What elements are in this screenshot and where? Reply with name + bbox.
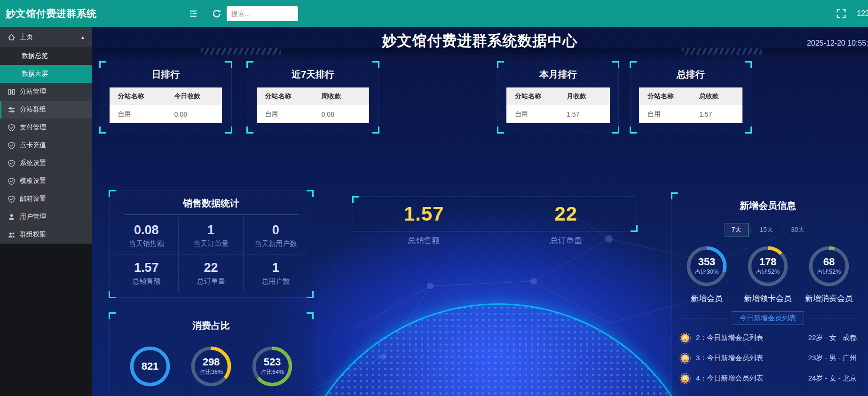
stat-cell: 1当天订单量	[179, 217, 243, 254]
table-row: 自用1.57	[506, 105, 610, 123]
member-list-title-button[interactable]: 今日新增会员列表	[732, 311, 804, 325]
total-sales-value: 1.57	[353, 197, 495, 231]
total-orders-value: 22	[495, 197, 637, 231]
tab-15d[interactable]: 15天	[753, 223, 780, 237]
rank-card-daily: 日排行 分站名称今日收款 自用0.08	[100, 62, 232, 133]
sales-stats-panel: 销售数据统计 0.08当天销售额 1当天订单量 0当天新用户数 1.57总销售额…	[109, 190, 313, 298]
stat-cell: 0.08当天销售额	[114, 217, 179, 254]
card-title: 日排行	[100, 62, 231, 81]
bulb-icon	[679, 332, 691, 344]
topbar: 妙文馆付费进群系统 123	[0, 0, 868, 27]
sidebar-item-data-screen[interactable]: 数据大屏	[0, 65, 92, 83]
home-icon	[8, 33, 16, 41]
sidebar-item-mail-settings[interactable]: 邮箱设置	[0, 190, 92, 208]
screen-title: 妙文馆付费进群系统数据中心	[92, 31, 868, 51]
stat-cell: 1.57总销售额	[114, 254, 179, 292]
rank-table: 分站名称周收款 自用0.08	[257, 87, 370, 123]
sidebar-item-label: 分站群组	[20, 105, 46, 114]
card-title: 近7天排行	[247, 62, 379, 81]
member-list: 2：今日新增会员列表 22岁 - 女 - 成都 3：今日新增会员列表 23岁 -…	[679, 328, 857, 388]
stat-cell: 22总订单量	[179, 254, 243, 292]
username[interactable]: 123	[857, 0, 868, 27]
datetime: 2025-12-20 10:55:9 星期六	[807, 39, 868, 48]
consume-ratio-panel: 消费占比 821 298占比36% 523占比64%	[109, 313, 313, 396]
sidebar-item-substation-mgmt[interactable]: 分站管理	[0, 83, 92, 101]
donut-ratio-2: 523占比64%	[244, 345, 301, 388]
member-tabs: 7天 15天 30天	[672, 223, 864, 237]
table-row: 自用1.57	[639, 105, 742, 123]
col-header: 分站名称	[639, 87, 691, 105]
sidebar-item-label: 用户管理	[20, 213, 46, 221]
sidebar-item-substation-group[interactable]: 分站群组	[0, 101, 92, 119]
tab-7d[interactable]: 7天	[725, 223, 749, 237]
col-header: 分站名称	[257, 87, 313, 105]
sidebar-item-label: 邮箱设置	[20, 195, 46, 203]
menu-fold-icon[interactable]	[188, 8, 198, 19]
sidebar-item-system-settings[interactable]: 系统设置	[0, 154, 92, 172]
stat-cell: 0当天新用户数	[244, 217, 308, 254]
sidebar: 主页 ▲ 数据总览 数据大屏 分站管理 分站群组 支付管理 点卡充值	[0, 27, 92, 396]
shield-check-icon	[8, 142, 16, 150]
col-header: 周收款	[313, 87, 370, 105]
sidebar-item-label: 主页	[20, 33, 33, 41]
table-row: 自用0.08	[257, 105, 370, 123]
rank-table: 分站名称总收款 自用1.57	[639, 87, 742, 123]
sidebar-item-label: 模板设置	[20, 177, 46, 185]
sidebar-item-label: 分站管理	[20, 87, 46, 96]
donut-ratio-1: 298占比36%	[182, 345, 240, 388]
sidebar-item-user-mgmt[interactable]: 用户管理	[0, 208, 92, 226]
rank-card-week: 近7天排行 分站名称周收款 自用0.08	[247, 62, 379, 133]
consume-donuts: 821 298占比36% 523占比64%	[110, 345, 313, 388]
sliders-icon	[8, 106, 16, 114]
stat-cell: 1总用户数	[244, 254, 308, 292]
user-icon	[8, 213, 16, 221]
dashboard: 妙文馆付费进群系统数据中心 2025-12-20 10:55:9 星期六 日排行…	[92, 27, 868, 396]
shield-check-icon	[8, 124, 16, 132]
search-input[interactable]	[227, 6, 298, 21]
tab-30d[interactable]: 30天	[784, 223, 812, 237]
col-header: 今日收款	[166, 87, 222, 105]
total-sales-label: 总销售额	[353, 235, 495, 246]
shield-check-icon	[8, 159, 16, 167]
list-item: 3：今日新增会员列表 23岁 - 男 - 广州	[679, 348, 857, 368]
bulb-icon	[679, 372, 691, 385]
sidebar-item-data-overview[interactable]: 数据总览	[0, 47, 92, 65]
donut-total: 821	[121, 345, 179, 388]
sales-stats-grid: 0.08当天销售额 1当天订单量 0当天新用户数 1.57总销售额 22总订单量…	[114, 217, 308, 292]
center-stats-labels: 总销售额 总订单量	[353, 235, 637, 246]
sidebar-menu: 主页 ▲ 数据总览 数据大屏 分站管理 分站群组 支付管理 点卡充值	[0, 27, 92, 244]
users-icon	[8, 231, 16, 239]
bulb-icon	[679, 352, 691, 364]
donut-new-members: 353占比30% 新增会员	[678, 245, 735, 304]
card-title: 总排行	[631, 62, 751, 81]
refresh-icon[interactable]	[212, 8, 222, 19]
sidebar-item-label: 群组权限	[20, 230, 46, 239]
columns-icon	[8, 88, 16, 96]
card-title: 本月排行	[498, 62, 618, 81]
list-item: 4：今日新增会员列表 24岁 - 女 - 北京	[679, 368, 857, 388]
sidebar-item-home[interactable]: 主页 ▲	[0, 27, 92, 47]
sidebar-item-label: 数据大屏	[22, 70, 48, 78]
panel-title: 新增会员信息	[672, 193, 864, 212]
globe-graphic	[289, 303, 708, 396]
rank-table: 分站名称今日收款 自用0.08	[110, 87, 222, 123]
col-header: 分站名称	[506, 87, 558, 105]
caret-up-icon: ▲	[80, 35, 85, 40]
sidebar-item-label: 点卡充值	[20, 141, 46, 150]
sidebar-item-payment-mgmt[interactable]: 支付管理	[0, 119, 92, 136]
donut-card-members: 178占比52% 新增领卡会员	[739, 245, 797, 304]
total-orders-label: 总订单量	[495, 235, 638, 246]
fullscreen-icon[interactable]	[836, 8, 846, 19]
donut-consume-members: 68占比52% 新增消费会员	[800, 245, 858, 304]
col-header: 分站名称	[110, 87, 166, 105]
sidebar-item-template-settings[interactable]: 模板设置	[0, 172, 92, 190]
sidebar-item-label: 数据总览	[22, 52, 48, 60]
shield-check-icon	[8, 177, 16, 185]
sidebar-item-label: 系统设置	[20, 159, 46, 167]
sidebar-item-label: 支付管理	[20, 123, 46, 132]
sidebar-item-card-recharge[interactable]: 点卡充值	[0, 136, 92, 154]
member-list-header: 今日新增会员列表	[679, 311, 857, 325]
rank-card-total: 总排行 分站名称总收款 自用1.57	[630, 62, 751, 133]
col-header: 月收款	[558, 87, 610, 105]
sidebar-item-group-permissions[interactable]: 群组权限	[0, 226, 92, 244]
